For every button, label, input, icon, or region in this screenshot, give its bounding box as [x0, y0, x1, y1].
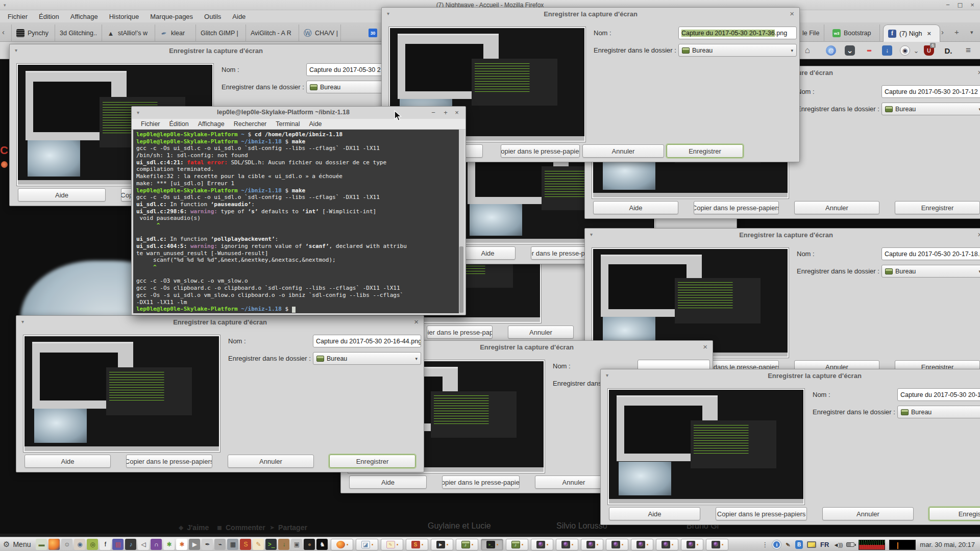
- cancel-button[interactable]: Annuler: [794, 201, 879, 214]
- tab-aviglitch-a-r[interactable]: AviGlitch - A R: [246, 24, 299, 42]
- power-icon[interactable]: [846, 542, 854, 547]
- menubar-item-6[interactable]: Aide: [227, 11, 251, 22]
- launcher-spiral-app-icon[interactable]: ◎: [87, 539, 98, 550]
- save-button[interactable]: Enregistrer: [895, 201, 980, 214]
- save-button[interactable]: Enregistrer: [929, 507, 980, 520]
- close-icon[interactable]: ×: [414, 317, 419, 326]
- help-button[interactable]: Aide: [593, 201, 678, 214]
- maximize-icon[interactable]: ◻: [954, 1, 966, 9]
- page-action-j-aime[interactable]: ◆J'aime: [179, 523, 209, 532]
- window-menu-icon[interactable]: ▾: [15, 47, 17, 53]
- download-shield-icon[interactable]: ↓: [882, 45, 892, 56]
- tab-klear[interactable]: ✒klear: [155, 24, 196, 42]
- window-button-camera[interactable]: [556, 539, 578, 550]
- folder-dropdown[interactable]: Bureau ▾: [897, 406, 980, 418]
- close-icon[interactable]: ×: [977, 230, 980, 239]
- tab-stallio-s-w[interactable]: ▲stAllio!'s w: [102, 24, 155, 42]
- duckduckgo-icon[interactable]: D.: [942, 45, 955, 56]
- cancel-button[interactable]: Annuler: [228, 455, 314, 468]
- chameleon-addon-icon[interactable]: @: [826, 45, 836, 56]
- page-profile-name[interactable]: Silvio Lorusso: [556, 521, 607, 531]
- name-input[interactable]: Capture du 2017-05-30 20-17-36.png: [678, 27, 797, 39]
- cancel-button[interactable]: Annuler: [508, 325, 574, 339]
- tab-le-file[interactable]: le File: [798, 24, 824, 42]
- maximize-icon[interactable]: +: [440, 109, 451, 116]
- window-button-camera[interactable]: [706, 539, 728, 550]
- page-action-partager[interactable]: ➤Partager: [270, 523, 307, 532]
- tab--7-nigh[interactable]: f(7) Nigh×: [883, 24, 940, 42]
- minimize-icon[interactable]: −: [942, 1, 953, 9]
- menubar-item-3[interactable]: Historique: [104, 11, 145, 22]
- window-button-camera[interactable]: [631, 539, 653, 550]
- window-menu-icon[interactable]: ▾: [590, 232, 593, 237]
- pocket-icon[interactable]: ⌄: [845, 45, 855, 56]
- tab-bootstrap[interactable]: w3Bootstrap: [828, 24, 880, 42]
- copy-clipboard-button[interactable]: Copier dans le presse-papiers: [427, 325, 493, 339]
- launcher-unity-app-icon[interactable]: ◁: [138, 539, 149, 550]
- tab-fragment-favicon-icon[interactable]: 30: [369, 29, 377, 37]
- window-button-document[interactable]: ◪: [356, 539, 378, 550]
- cancel-button[interactable]: Annuler: [582, 144, 664, 158]
- menubar-item-4[interactable]: Marque-pages: [144, 11, 199, 22]
- tray-overflow-icon[interactable]: ⋮: [762, 541, 768, 548]
- help-button[interactable]: Aide: [24, 455, 111, 468]
- terminal-menu-item-5[interactable]: Aide: [305, 119, 326, 129]
- clock[interactable]: mar. 30 mai, 20:17: [920, 541, 978, 548]
- window-button-camera[interactable]: [606, 539, 628, 550]
- new-tab-button[interactable]: +: [954, 28, 959, 36]
- terminal-scrollbar[interactable]: [459, 130, 464, 313]
- launcher-firefox-icon[interactable]: [48, 539, 60, 550]
- list-tabs-icon[interactable]: ▾: [970, 29, 973, 36]
- launcher-calculator-icon[interactable]: ▦: [227, 539, 238, 550]
- folder-dropdown[interactable]: Bureau ▾: [881, 265, 980, 278]
- cancel-button[interactable]: Annuler: [822, 507, 914, 520]
- window-menu-icon[interactable]: ▾: [387, 11, 389, 16]
- close-icon[interactable]: ×: [451, 109, 462, 116]
- copy-clipboard-button[interactable]: Copier dans le presse-papiers: [716, 507, 807, 520]
- display-settings-icon[interactable]: [807, 541, 816, 548]
- hamburger-menu-icon[interactable]: ≡: [962, 45, 974, 56]
- launcher-pen-tool-icon[interactable]: ✒: [202, 539, 213, 550]
- terminal-menu-item-4[interactable]: Terminal: [272, 119, 304, 129]
- launcher-music-player-icon[interactable]: ♪: [125, 539, 136, 550]
- launcher-video-editor-icon[interactable]: ▶: [189, 539, 200, 550]
- terminal-menu-item-3[interactable]: Rechercher: [230, 119, 271, 129]
- keyboard-layout-indicator[interactable]: FR: [820, 541, 829, 548]
- launcher-filmstrip-app-icon[interactable]: ▤: [112, 539, 124, 550]
- copy-clipboard-button[interactable]: Copier dans le presse-papiers: [126, 455, 212, 468]
- tab-close-icon[interactable]: ×: [927, 30, 931, 37]
- window-menu-icon[interactable]: ▾: [21, 319, 24, 324]
- save-button[interactable]: Enregistrer: [667, 144, 743, 158]
- launcher-headphones-app-icon[interactable]: ∩: [151, 539, 162, 550]
- close-icon[interactable]: ×: [790, 9, 794, 18]
- tab-scroll-left-icon[interactable]: ‹: [2, 28, 5, 36]
- window-button-folder-music[interactable]: ♪: [456, 539, 478, 550]
- menubar-item-0[interactable]: Fichier: [2, 11, 33, 22]
- launcher-green-cluster-app-icon[interactable]: ✱: [163, 539, 175, 550]
- launcher-show-desktop-icon[interactable]: ▬: [36, 539, 47, 550]
- launcher-package-installer-icon[interactable]: ↓: [278, 539, 289, 550]
- google-dots-icon[interactable]: •••: [864, 45, 874, 56]
- launcher-pinwheel-app-icon[interactable]: ✱: [176, 539, 187, 550]
- name-input[interactable]: Capture du 2017-05-30 20-17-18.png: [881, 247, 980, 260]
- update-manager-icon[interactable]: i: [772, 540, 781, 549]
- help-button[interactable]: Aide: [460, 246, 516, 260]
- copy-clipboard-button[interactable]: Copier dans le presse-papiers: [442, 475, 520, 489]
- launcher-archive-box-icon[interactable]: ▣: [291, 539, 302, 550]
- window-button-video[interactable]: ▶: [431, 539, 453, 550]
- window-button-notes[interactable]: ✎: [381, 539, 403, 550]
- help-button[interactable]: Aide: [349, 475, 427, 489]
- page-action-commenter[interactable]: ◼Commenter: [217, 523, 265, 532]
- launcher-notes-app-icon[interactable]: ✎: [253, 539, 264, 550]
- close-icon[interactable]: ×: [967, 1, 978, 9]
- window-button-camera[interactable]: [581, 539, 603, 550]
- launcher-eye-viewer-icon[interactable]: ◉: [74, 539, 85, 550]
- copy-clipboard-button[interactable]: Copier dans le presse-papiers: [531, 246, 586, 260]
- help-button[interactable]: Aide: [609, 507, 700, 520]
- cpu-graph-applet[interactable]: [859, 540, 885, 550]
- bluetooth-icon[interactable]: B: [795, 540, 803, 549]
- menubar-item-5[interactable]: Outils: [199, 11, 227, 22]
- window-button-sublime[interactable]: S: [406, 539, 428, 550]
- minimize-icon[interactable]: −: [428, 109, 439, 116]
- volume-icon[interactable]: ◄))): [833, 542, 842, 548]
